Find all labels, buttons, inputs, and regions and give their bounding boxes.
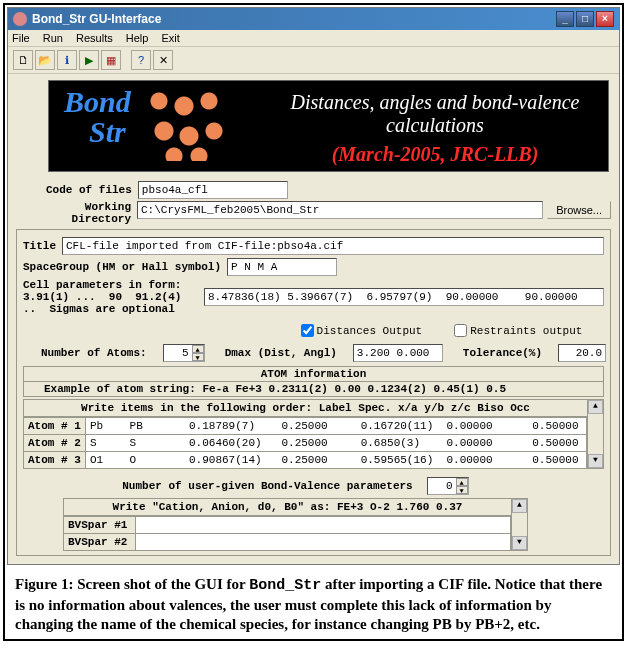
new-icon[interactable]: 🗋 [13, 50, 33, 70]
dmax-label: Dmax (Dist, Angl) [225, 347, 337, 359]
menubar: File Run Results Help Exit [8, 30, 619, 47]
atoms-count-input[interactable] [164, 345, 192, 361]
distances-check-input[interactable] [301, 324, 314, 337]
tolerance-input[interactable] [558, 344, 606, 362]
banner-subtitle: Distances, angles and bond-valence calcu… [280, 91, 590, 137]
atom-row-data[interactable]: O1 O 0.90867(14) 0.25000 0.59565(16) 0.0… [86, 452, 587, 468]
menu-exit[interactable]: Exit [161, 32, 179, 44]
scroll-down-icon[interactable]: ▼ [512, 536, 527, 550]
code-files-input[interactable] [138, 181, 288, 199]
scroll-down-icon[interactable]: ▼ [588, 454, 603, 468]
title-input[interactable] [62, 237, 604, 255]
distances-checkbox[interactable]: Distances Output [297, 321, 423, 340]
maximize-button[interactable]: □ [576, 11, 594, 27]
info-icon[interactable]: ℹ [57, 50, 77, 70]
atom-info-example: Example of atom string: Fe-a Fe+3 0.2311… [23, 382, 604, 397]
banner-date: (March-2005, JRC-LLB) [280, 143, 590, 166]
run-icon[interactable]: ▶ [79, 50, 99, 70]
table-row: BVSpar #1 [64, 516, 511, 533]
bv-grid-header: Write "Cation, Anion, d0, B0" as: FE+3 O… [64, 499, 511, 516]
atoms-count-spinner[interactable]: ▲▼ [163, 344, 205, 362]
table-row: BVSpar #2 [64, 533, 511, 550]
tolerance-label: Tolerance(%) [463, 347, 542, 359]
atom-grid: Write items in the following order: Labe… [23, 399, 604, 469]
atoms-count-label: Number of Atoms: [41, 347, 147, 359]
exit-icon[interactable]: ✕ [153, 50, 173, 70]
workdir-input[interactable] [137, 201, 543, 219]
cellparams-input[interactable] [204, 288, 604, 306]
figure-caption: Figure 1: Screen shot of the GUI for Bon… [7, 565, 620, 637]
spin-down-icon[interactable]: ▼ [192, 353, 204, 361]
table-row: Atom # 3 O1 O 0.90867(14) 0.25000 0.5956… [24, 451, 587, 468]
scroll-up-icon[interactable]: ▲ [588, 400, 603, 414]
atom-row-data[interactable]: S S 0.06460(20) 0.25000 0.6850(3) 0.0000… [86, 435, 587, 451]
titlebar: Bond_Str GU-Interface _ □ × [8, 8, 619, 30]
spin-down-icon[interactable]: ▼ [456, 486, 468, 494]
bv-count-label: Number of user-given Bond-Valence parame… [122, 480, 412, 492]
bv-count-input[interactable] [428, 478, 456, 494]
atom-row-data[interactable]: Pb PB 0.18789(7) 0.25000 0.16720(11) 0.0… [86, 418, 587, 434]
menu-help[interactable]: Help [126, 32, 149, 44]
menu-run[interactable]: Run [43, 32, 63, 44]
menu-results[interactable]: Results [76, 32, 113, 44]
spin-up-icon[interactable]: ▲ [456, 478, 468, 486]
scrollbar[interactable]: ▲ ▼ [587, 400, 603, 468]
bv-row-data[interactable] [136, 517, 511, 533]
atom-row-label: Atom # 1 [24, 418, 86, 434]
table-row: Atom # 1 Pb PB 0.18789(7) 0.25000 0.1672… [24, 417, 587, 434]
browse-button[interactable]: Browse... [547, 201, 611, 219]
dmax-input[interactable] [353, 344, 443, 362]
open-icon[interactable]: 📂 [35, 50, 55, 70]
results-icon[interactable]: ▦ [101, 50, 121, 70]
table-row: Atom # 2 S S 0.06460(20) 0.25000 0.6850(… [24, 434, 587, 451]
minimize-button[interactable]: _ [556, 11, 574, 27]
cellparams-label: Cell parameters in form: 3.91(1) ... 90 … [23, 279, 198, 315]
bv-row-label: BVSpar #1 [64, 517, 136, 533]
restraints-checkbox[interactable]: Restraints output [450, 321, 582, 340]
toolbar: 🗋 📂 ℹ ▶ ▦ ? ✕ [8, 47, 619, 74]
bv-count-spinner[interactable]: ▲▼ [427, 477, 469, 495]
spin-up-icon[interactable]: ▲ [192, 345, 204, 353]
atom-row-label: Atom # 2 [24, 435, 86, 451]
banner-graphic [149, 91, 229, 161]
window-title: Bond_Str GU-Interface [32, 12, 161, 26]
bv-row-data[interactable] [136, 534, 511, 550]
atom-row-label: Atom # 3 [24, 452, 86, 468]
restraints-check-input[interactable] [454, 324, 467, 337]
atom-grid-header: Write items in the following order: Labe… [24, 400, 587, 417]
close-button[interactable]: × [596, 11, 614, 27]
scroll-up-icon[interactable]: ▲ [512, 499, 527, 513]
banner: BondStr Distances, angles and bond-valen… [48, 80, 609, 172]
menu-file[interactable]: File [12, 32, 30, 44]
title-label: Title [23, 240, 56, 252]
atom-info-heading: ATOM information [23, 366, 604, 382]
bv-row-label: BVSpar #2 [64, 534, 136, 550]
spacegroup-label: SpaceGroup (HM or Hall symbol) [23, 261, 221, 273]
banner-logo: BondStr [64, 87, 131, 147]
spacegroup-input[interactable] [227, 258, 337, 276]
workdir-label: Working Directory [66, 201, 131, 225]
code-files-label: Code of files [46, 184, 132, 196]
scrollbar[interactable]: ▲ ▼ [511, 499, 527, 550]
parameters-panel: Title SpaceGroup (HM or Hall symbol) Cel… [16, 229, 611, 556]
app-icon [13, 12, 27, 26]
toolbar-separator [123, 50, 129, 70]
help-icon[interactable]: ? [131, 50, 151, 70]
bv-grid: Write "Cation, Anion, d0, B0" as: FE+3 O… [63, 498, 528, 551]
